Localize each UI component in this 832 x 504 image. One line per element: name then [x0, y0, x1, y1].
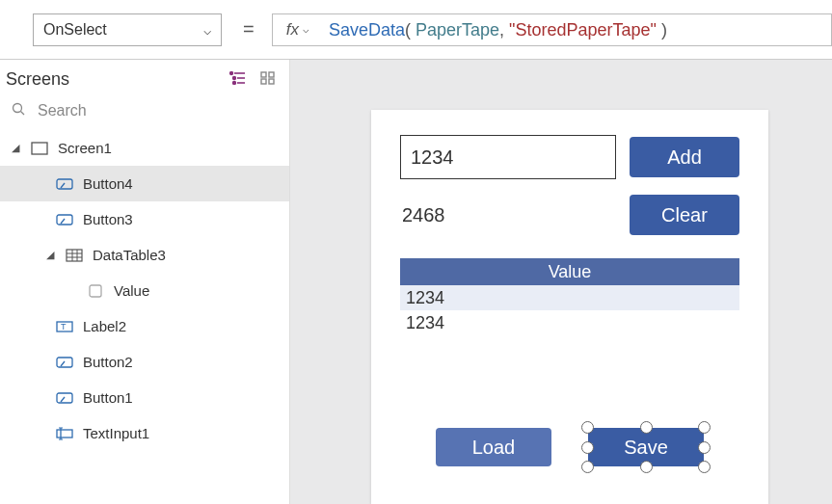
tree-item-button1[interactable]: Button1 — [0, 380, 289, 415]
svg-point-5 — [233, 82, 236, 85]
svg-line-11 — [21, 111, 25, 115]
screen-icon — [31, 141, 48, 156]
property-dropdown-value: OnSelect — [43, 21, 107, 39]
label-icon: T — [56, 319, 73, 334]
resize-handle[interactable] — [581, 441, 594, 454]
button-icon — [56, 176, 73, 192]
resize-handle[interactable] — [581, 421, 594, 434]
equals-sign: = — [243, 18, 255, 40]
textinput1-value: 1234 — [411, 146, 454, 169]
tree-item-label: Button2 — [83, 354, 133, 370]
datatable3-control[interactable]: Value 1234 1234 — [400, 258, 739, 335]
tree-item-label: Button1 — [83, 389, 133, 406]
resize-handle[interactable] — [640, 461, 653, 473]
canvas-area[interactable]: 1234 Add 2468 Clear Value 1234 1234 Load… — [289, 60, 832, 504]
formula-bar[interactable]: fx⌵ SaveData( PaperTape, "StoredPaperTap… — [272, 13, 832, 46]
chevron-down-icon: ⌵ — [203, 22, 211, 38]
caret-down-icon: ◢ — [12, 142, 21, 154]
tree-item-label: Value — [114, 282, 149, 299]
tree-item-label: DataTable3 — [93, 247, 166, 263]
textinput-icon — [56, 426, 73, 441]
datatable-icon — [66, 248, 83, 263]
svg-text:T: T — [61, 322, 67, 332]
tree-item-label: Button4 — [83, 175, 133, 192]
button-icon — [56, 390, 73, 406]
tree-view-panel: Screens ◢ Screen1 — [0, 60, 289, 504]
formula-arg2: "StoredPaperTape" — [509, 20, 657, 40]
add-button[interactable]: Add — [630, 137, 739, 177]
tree-item-label: Label2 — [83, 318, 126, 334]
tree-item-value-column[interactable]: Value — [0, 273, 289, 308]
svg-rect-7 — [269, 72, 274, 77]
tree-item-button3[interactable]: Button3 — [0, 201, 289, 237]
search-icon — [12, 102, 26, 120]
load-button[interactable]: Load — [436, 428, 551, 466]
svg-point-10 — [13, 103, 22, 112]
tree-item-label: TextInput1 — [83, 425, 149, 441]
table-header: Value — [400, 258, 739, 285]
textinput1-control[interactable]: 1234 — [400, 135, 616, 179]
svg-rect-6 — [261, 72, 266, 77]
formula-text: SaveData( PaperTape, "StoredPaperTape" ) — [315, 19, 667, 40]
button-icon — [56, 212, 73, 227]
chevron-down-icon: ⌵ — [303, 23, 309, 36]
table-row[interactable]: 1234 — [400, 285, 739, 310]
tree-item-datatable3[interactable]: ◢ DataTable3 — [0, 237, 289, 273]
tree-item-screen1[interactable]: ◢ Screen1 — [0, 130, 289, 166]
formula-arg1: PaperTape — [416, 20, 499, 40]
label2-control: 2468 — [400, 204, 616, 226]
app-preview: 1234 Add 2468 Clear Value 1234 1234 Load… — [371, 110, 768, 504]
resize-handle[interactable] — [640, 421, 653, 434]
panel-title: Screens — [6, 69, 69, 90]
svg-rect-20 — [90, 285, 101, 297]
tree-item-textinput1[interactable]: TextInput1 — [0, 415, 289, 451]
tree-item-button2[interactable]: Button2 — [0, 344, 289, 380]
clear-button[interactable]: Clear — [630, 195, 739, 235]
tree-item-label: Screen1 — [58, 140, 112, 156]
tree-view-icon[interactable] — [229, 69, 247, 90]
caret-down-icon: ◢ — [46, 249, 56, 261]
svg-rect-9 — [269, 79, 274, 84]
svg-rect-8 — [261, 79, 266, 84]
fx-icon[interactable]: fx⌵ — [273, 20, 315, 40]
resize-handle[interactable] — [698, 461, 711, 473]
svg-rect-12 — [32, 143, 47, 154]
tree-item-label2[interactable]: T Label2 — [0, 308, 289, 344]
svg-rect-15 — [67, 250, 82, 261]
tree-item-button4[interactable]: Button4 — [0, 166, 289, 201]
search-input[interactable] — [36, 101, 274, 120]
property-dropdown[interactable]: OnSelect ⌵ — [33, 13, 222, 46]
resize-handle[interactable] — [581, 461, 594, 473]
thumbnail-view-icon[interactable] — [260, 69, 276, 90]
svg-rect-25 — [57, 430, 72, 438]
resize-handle[interactable] — [698, 441, 711, 454]
tree-item-label: Button3 — [83, 211, 133, 227]
svg-point-4 — [233, 77, 236, 80]
selected-control-wrapper[interactable]: Save — [588, 428, 704, 466]
column-icon — [87, 283, 104, 299]
svg-point-3 — [230, 72, 233, 75]
table-row[interactable]: 1234 — [400, 310, 739, 335]
button-icon — [56, 355, 73, 370]
resize-handle[interactable] — [698, 421, 711, 434]
formula-function: SaveData — [329, 20, 405, 40]
